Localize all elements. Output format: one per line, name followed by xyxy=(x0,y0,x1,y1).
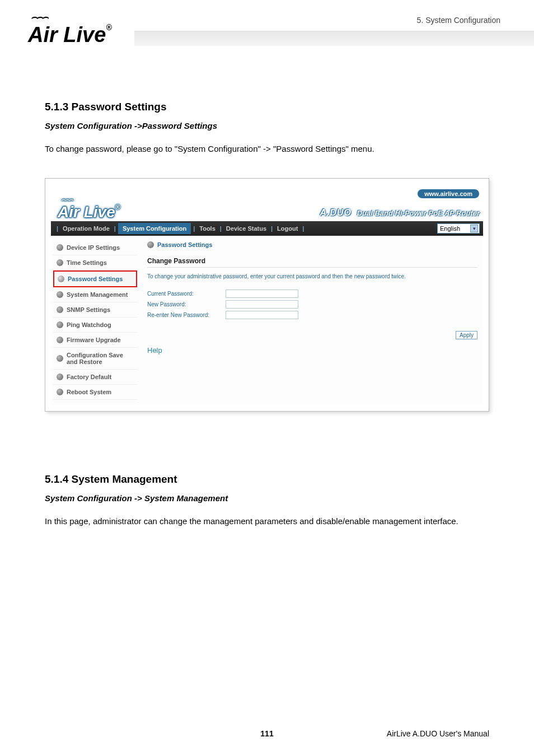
tab-logout[interactable]: Logout xyxy=(275,225,300,232)
airlive-logo: ⌢⌢⌢ Air Live® xyxy=(28,11,112,47)
panel-description: To change your administrative password, … xyxy=(147,273,477,279)
sidebar-item-label: Time Settings xyxy=(67,259,107,266)
bullet-icon xyxy=(57,374,63,380)
sidebar-item-label: System Management xyxy=(67,291,128,298)
ui-screenshot: ⌢⌢⌢ Air Live® www.airlive.com A.DUO Dual… xyxy=(45,178,489,412)
new-password-input[interactable] xyxy=(226,300,298,309)
section-513-title: 5.1.3 Password Settings xyxy=(45,101,489,113)
label-new-password: New Password: xyxy=(147,301,226,307)
current-password-input[interactable] xyxy=(226,290,298,298)
logo-arc-icon: ⌢⌢⌢ xyxy=(31,11,112,23)
tab-tools[interactable]: Tools xyxy=(197,225,218,232)
nav-sep: | xyxy=(112,225,118,232)
nav-sep: | xyxy=(300,225,306,232)
bullet-icon xyxy=(57,337,63,343)
manual-title: AirLive A.DUO User's Manual xyxy=(387,729,489,738)
section-513-path: System Configuration ->Password Settings xyxy=(45,121,489,130)
nav-sep: | xyxy=(218,225,224,232)
sidebar-item-config-save-restore[interactable]: Configuration Save and Restore xyxy=(53,348,137,370)
breadcrumb: 5. System Configuration xyxy=(417,16,500,25)
language-value: English xyxy=(440,225,460,232)
sidebar-item-factory-default[interactable]: Factory Default xyxy=(53,370,137,385)
sidebar-item-time[interactable]: Time Settings xyxy=(53,255,137,270)
bullet-icon xyxy=(57,355,63,362)
shot-logo-text: Air Live xyxy=(58,203,115,221)
chevron-down-icon: ▾ xyxy=(470,225,478,232)
sidebar-item-snmp[interactable]: SNMP Settings xyxy=(53,302,137,318)
sidebar-item-password[interactable]: Password Settings xyxy=(53,270,137,287)
tab-operation-mode[interactable]: Operation Mode xyxy=(60,225,112,232)
bullet-icon xyxy=(57,389,63,395)
nav-sep: | xyxy=(191,225,197,232)
top-nav: | Operation Mode | System Configuration … xyxy=(51,221,483,236)
language-select[interactable]: English ▾ xyxy=(437,223,480,234)
sidebar-item-firmware[interactable]: Firmware Upgrade xyxy=(53,333,137,348)
logo-reg: ® xyxy=(106,23,111,32)
header-swoosh xyxy=(134,46,534,66)
panel-heading: Change Password xyxy=(147,255,477,268)
sidebar-item-label: Reboot System xyxy=(67,389,111,395)
section-514-path: System Configuration -> System Managemen… xyxy=(45,493,489,503)
sidebar-item-system-management[interactable]: System Management xyxy=(53,287,137,302)
bullet-icon xyxy=(58,276,64,282)
bullet-icon xyxy=(57,306,63,313)
sidebar-item-label: Configuration Save and Restore xyxy=(67,352,134,365)
product-model: A.DUO xyxy=(320,208,352,217)
sidebar-item-label: Factory Default xyxy=(67,374,111,380)
sidebar-item-label: Device IP Settings xyxy=(67,244,120,251)
sidebar-item-label: Firmware Upgrade xyxy=(67,337,121,343)
reenter-password-input[interactable] xyxy=(226,311,298,319)
main-panel: Password Settings Change Password To cha… xyxy=(139,236,483,404)
product-label: A.DUO Dual Band Hi-Power PoE AP Router xyxy=(320,208,480,218)
panel-breadcrumb[interactable]: Password Settings xyxy=(147,241,477,248)
sidebar-item-label: Ping Watchdog xyxy=(67,321,111,328)
bullet-icon xyxy=(57,291,63,298)
section-513-body: To change password, please go to "System… xyxy=(45,143,489,156)
help-link[interactable]: Help xyxy=(147,346,162,354)
sidebar-item-label: SNMP Settings xyxy=(67,306,110,313)
bullet-icon xyxy=(57,321,63,328)
product-desc: Dual Band Hi-Power PoE AP Router xyxy=(357,209,480,217)
nav-sep: | xyxy=(54,225,60,232)
shot-logo-reg: ® xyxy=(115,203,120,211)
bullet-icon xyxy=(57,259,63,266)
url-badge[interactable]: www.airlive.com xyxy=(417,189,480,199)
apply-button[interactable]: Apply xyxy=(456,331,477,339)
bullet-icon xyxy=(147,241,154,248)
label-current-password: Current Password: xyxy=(147,291,226,297)
sidebar-item-ping-watchdog[interactable]: Ping Watchdog xyxy=(53,318,137,333)
nav-sep: | xyxy=(269,225,275,232)
page-number: 111 xyxy=(260,729,273,738)
logo-text: Air Live xyxy=(28,23,106,46)
sidebar-item-device-ip[interactable]: Device IP Settings xyxy=(53,240,137,255)
panel-breadcrumb-label: Password Settings xyxy=(157,241,212,248)
sidebar-item-reboot[interactable]: Reboot System xyxy=(53,385,137,400)
bullet-icon xyxy=(57,244,63,251)
sidebar-item-label: Password Settings xyxy=(68,276,123,282)
tab-system-configuration[interactable]: System Configuration xyxy=(118,223,191,234)
label-reenter-password: Re-enter New Password: xyxy=(147,312,226,318)
tab-device-status[interactable]: Device Status xyxy=(224,225,269,232)
section-514-body: In this page, administrator can change t… xyxy=(45,515,489,528)
section-514-title: 5.1.4 System Management xyxy=(45,473,489,486)
sidebar: Device IP Settings Time Settings Passwor… xyxy=(51,236,139,404)
